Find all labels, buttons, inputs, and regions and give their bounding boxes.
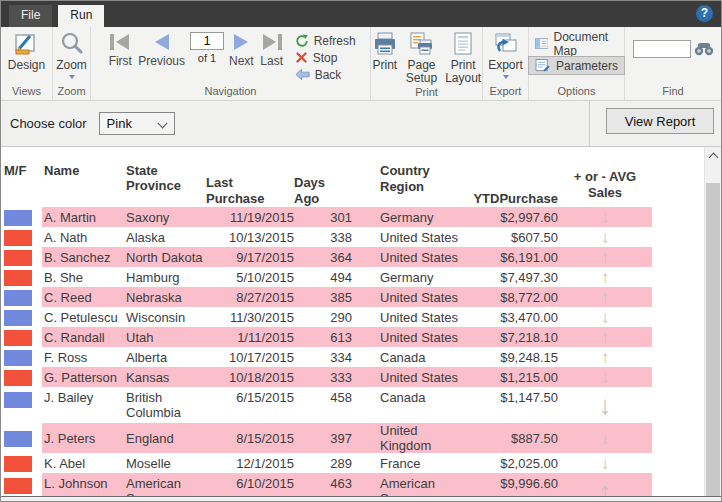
page-setup-button[interactable]: Page Setup — [402, 30, 441, 86]
mf-cell — [4, 307, 42, 327]
color-dropdown[interactable]: Pink — [99, 112, 175, 135]
previous-icon — [151, 32, 173, 52]
page-box: of 1 — [188, 30, 226, 66]
cell-last-purchase: 8/27/2015 — [206, 287, 294, 307]
trend-arrow: ↑ — [601, 289, 610, 306]
zoom-dropdown-caret[interactable] — [69, 75, 75, 79]
mf-cell — [4, 267, 42, 287]
mf-cell — [4, 207, 42, 227]
first-button[interactable]: First — [105, 30, 135, 70]
mf-cell — [4, 423, 42, 453]
row-band: C. Reed Nebraska 8/27/2015 385 United St… — [42, 287, 652, 307]
cell-ytd: $607.50 — [468, 227, 558, 247]
stop-button[interactable]: Stop — [295, 49, 356, 66]
design-icon — [13, 31, 39, 57]
first-icon — [108, 32, 132, 52]
cell-country: American Samoa — [352, 473, 468, 497]
cell-last-purchase: 5/10/2015 — [206, 267, 294, 287]
document-map-button[interactable]: Document Map — [528, 34, 625, 53]
vertical-scrollbar[interactable] — [704, 147, 721, 496]
find-input[interactable] — [633, 40, 691, 58]
cell-last-purchase: 8/15/2015 — [206, 423, 294, 453]
row-band: G. Patterson Kansas 10/18/2015 333 Unite… — [42, 367, 652, 387]
cell-name: J. Peters — [42, 423, 126, 453]
export-dropdown-caret[interactable] — [503, 75, 509, 79]
cell-days-ago: 494 — [294, 267, 352, 287]
cell-trend: ↑ — [558, 347, 652, 367]
cell-trend: ↑ — [558, 327, 652, 347]
report-rows: A. Martin Saxony 11/19/2015 301 Germany … — [4, 207, 721, 497]
report-viewer-window: File Run ? Design Views — [0, 0, 722, 502]
row-band: B. She Hamburg 5/10/2015 494 Germany $7,… — [42, 267, 652, 287]
export-button[interactable]: Export — [484, 30, 527, 80]
cell-name: K. Abel — [42, 453, 126, 473]
chevron-down-icon — [157, 119, 167, 129]
cell-days-ago: 364 — [294, 247, 352, 267]
col-header-state-province: State Province — [126, 163, 206, 207]
back-button[interactable]: Back — [295, 66, 356, 83]
export-label: Export — [488, 59, 523, 72]
print-label: Print — [372, 59, 397, 72]
cell-last-purchase: 11/30/2015 — [206, 307, 294, 327]
cell-state: British Columbia — [126, 387, 206, 423]
zoom-button[interactable]: Zoom — [52, 30, 91, 80]
cell-last-purchase: 10/17/2015 — [206, 347, 294, 367]
cell-trend: ↓ — [558, 207, 652, 227]
design-button[interactable]: Design — [4, 30, 49, 73]
refresh-button[interactable]: Refresh — [295, 32, 356, 49]
group-label-zoom: Zoom — [53, 85, 90, 100]
trend-arrow: ↑ — [601, 269, 610, 286]
cell-country: United States — [352, 327, 468, 347]
cell-country: France — [352, 453, 468, 473]
cell-ytd: $7,218.10 — [468, 327, 558, 347]
cell-trend: ↑ — [558, 247, 652, 267]
cell-name: F. Ross — [42, 347, 126, 367]
parameter-bar-divider — [589, 101, 590, 146]
parameters-button[interactable]: Parameters — [528, 56, 625, 75]
cell-name: C. Randall — [42, 327, 126, 347]
first-label: First — [109, 55, 132, 68]
mf-swatch — [4, 478, 32, 494]
help-icon[interactable]: ? — [696, 5, 713, 22]
page-number-input[interactable] — [190, 32, 224, 50]
previous-button[interactable]: Previous — [135, 30, 188, 70]
ribbon: Design Views Zoom Zoom — [1, 27, 721, 101]
cell-last-purchase: 12/1/2015 — [206, 453, 294, 473]
scrollbar-thumb[interactable] — [706, 183, 720, 496]
cell-state: Nebraska — [126, 287, 206, 307]
cell-name: B. She — [42, 267, 126, 287]
print-layout-button[interactable]: Print Layout — [441, 30, 485, 86]
cell-days-ago: 338 — [294, 227, 352, 247]
trend-arrow: ↓ — [601, 309, 610, 326]
tab-run[interactable]: Run — [58, 5, 104, 27]
cell-name: C. Petulescu — [42, 307, 126, 327]
stop-label: Stop — [313, 51, 338, 65]
design-label: Design — [8, 59, 45, 72]
view-report-button[interactable]: View Report — [606, 108, 714, 134]
tab-file[interactable]: File — [9, 5, 52, 27]
table-row: C. Randall Utah 1/11/2015 613 United Sta… — [4, 327, 721, 347]
next-button[interactable]: Next — [226, 30, 257, 70]
next-icon — [230, 32, 252, 52]
last-button[interactable]: Last — [257, 30, 287, 70]
binoculars-icon[interactable] — [694, 42, 714, 56]
print-button[interactable]: Print — [368, 30, 402, 73]
group-label-export: Export — [483, 85, 528, 100]
cell-ytd: $2,997.60 — [468, 207, 558, 227]
cell-last-purchase: 1/11/2015 — [206, 327, 294, 347]
mf-cell — [4, 453, 42, 473]
mf-swatch — [4, 392, 32, 408]
mf-swatch — [4, 350, 32, 366]
cell-ytd: $6,191.00 — [468, 247, 558, 267]
cell-name: G. Patterson — [42, 367, 126, 387]
mf-swatch — [4, 290, 32, 306]
parameters-label: Parameters — [556, 59, 618, 73]
row-band: B. Sanchez North Dakota 9/17/2015 364 Un… — [42, 247, 652, 267]
cell-state: England — [126, 423, 206, 453]
scrollbar-up-button[interactable] — [705, 147, 721, 164]
cell-state: Moselle — [126, 453, 206, 473]
col-header-mf: M/F — [4, 163, 42, 207]
col-header-days-ago: Days Ago — [294, 163, 352, 207]
color-dropdown-value: Pink — [107, 116, 132, 131]
last-icon — [260, 32, 284, 52]
